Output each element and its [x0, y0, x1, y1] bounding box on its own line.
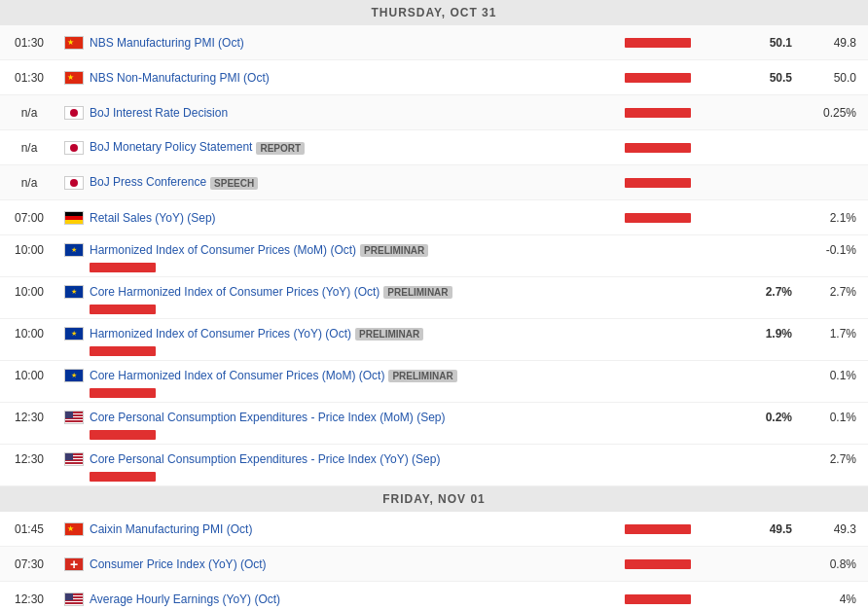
- flag-jp: [64, 176, 84, 190]
- flag-eu: [64, 243, 84, 257]
- table-row: n/aBoJ Interest Rate Decision0.25%: [0, 95, 868, 130]
- event-forecast: 0.1%: [800, 411, 868, 424]
- event-name: Core Harmonized Index of Consumer Prices…: [90, 285, 625, 299]
- event-forecast: 0.1%: [800, 369, 868, 382]
- event-name: Retail Sales (YoY) (Sep): [90, 211, 625, 225]
- section-header: FRIDAY, NOV 01: [0, 486, 868, 512]
- impact-bar: [90, 263, 156, 272]
- table-row: 01:30NBS Manufacturing PMI (Oct)50.149.8: [0, 25, 868, 60]
- event-link[interactable]: Harmonized Index of Consumer Prices (YoY…: [90, 327, 351, 341]
- table-row: n/aBoJ Press ConferenceSPEECH: [0, 165, 868, 200]
- event-name: Core Personal Consumption Expenditures -…: [90, 411, 625, 424]
- event-time: 01:30: [0, 36, 58, 50]
- impact-bar: [625, 178, 691, 188]
- event-time: n/a: [0, 106, 58, 120]
- event-link[interactable]: BoJ Monetary Policy Statement: [90, 140, 252, 154]
- event-forecast: 50.0: [800, 71, 868, 85]
- event-link[interactable]: Caixin Manufacturing PMI (Oct): [90, 522, 252, 536]
- impact-bar: [625, 594, 691, 604]
- event-forecast: 2.7%: [800, 452, 868, 466]
- impact-bar: [625, 108, 691, 118]
- flag-jp: [64, 141, 84, 155]
- event-actual: 50.1: [722, 36, 800, 50]
- impact-bar: [625, 143, 691, 153]
- event-link[interactable]: Core Harmonized Index of Consumer Prices…: [90, 285, 380, 299]
- event-bar-row: [0, 428, 868, 442]
- table-row: 10:00Harmonized Index of Consumer Prices…: [0, 235, 868, 277]
- table-row: 12:30Core Personal Consumption Expenditu…: [0, 403, 868, 445]
- flag-cn: [64, 36, 84, 50]
- event-forecast: -0.1%: [800, 243, 868, 257]
- flag-us: [64, 592, 84, 606]
- event-bar-row: [0, 470, 868, 484]
- table-row: 07:30Consumer Price Index (YoY) (Oct)0.8…: [0, 547, 868, 582]
- impact-bar: [90, 472, 156, 482]
- table-row: 01:45Caixin Manufacturing PMI (Oct)49.54…: [0, 512, 868, 547]
- event-link[interactable]: Retail Sales (YoY) (Sep): [90, 211, 216, 225]
- event-bar-row: [0, 344, 868, 358]
- event-actual: 1.9%: [722, 327, 800, 341]
- event-bar-row: [0, 261, 868, 274]
- event-link[interactable]: Core Harmonized Index of Consumer Prices…: [90, 369, 384, 382]
- table-row: 12:30Average Hourly Earnings (YoY) (Oct)…: [0, 582, 868, 610]
- event-link[interactable]: NBS Non-Manufacturing PMI (Oct): [90, 71, 270, 85]
- flag-cn: [64, 522, 84, 536]
- event-forecast: 2.7%: [800, 285, 868, 299]
- event-link[interactable]: NBS Manufacturing PMI (Oct): [90, 36, 244, 50]
- flag-eu: [64, 285, 84, 299]
- event-actual: 0.2%: [722, 411, 800, 424]
- event-time: 10:00: [0, 285, 58, 299]
- event-time: 12:30: [0, 592, 58, 606]
- event-forecast: 49.3: [800, 522, 868, 536]
- event-time: 10:00: [0, 369, 58, 382]
- table-row: 12:30Core Personal Consumption Expenditu…: [0, 445, 868, 486]
- impact-bar: [90, 388, 156, 398]
- event-badge: PRELIMINAR: [383, 286, 452, 299]
- flag-eu: [64, 327, 84, 341]
- event-time: 01:30: [0, 71, 58, 85]
- event-link[interactable]: Core Personal Consumption Expenditures -…: [90, 452, 440, 466]
- flag-us: [64, 452, 84, 466]
- event-name: Average Hourly Earnings (YoY) (Oct): [90, 592, 625, 606]
- event-name: Consumer Price Index (YoY) (Oct): [90, 557, 625, 571]
- event-name: BoJ Press ConferenceSPEECH: [90, 175, 625, 189]
- table-row: 10:00Core Harmonized Index of Consumer P…: [0, 277, 868, 319]
- event-time: 07:30: [0, 557, 58, 571]
- event-actual: 49.5: [722, 522, 800, 536]
- table-row: 10:00Harmonized Index of Consumer Prices…: [0, 319, 868, 361]
- event-actual: 2.7%: [722, 285, 800, 299]
- event-link[interactable]: BoJ Interest Rate Decision: [90, 106, 228, 120]
- event-time: n/a: [0, 176, 58, 190]
- flag-de: [64, 211, 84, 225]
- table-row: 07:00Retail Sales (YoY) (Sep)2.1%: [0, 200, 868, 235]
- flag-cn: [64, 71, 84, 85]
- event-name: BoJ Monetary Policy StatementREPORT: [90, 140, 625, 154]
- flag-ch: [64, 557, 84, 571]
- event-link[interactable]: Average Hourly Earnings (YoY) (Oct): [90, 592, 280, 606]
- impact-bar: [90, 305, 156, 314]
- event-badge: REPORT: [256, 142, 305, 155]
- section-header: THURSDAY, OCT 31: [0, 0, 868, 25]
- event-badge: PRELIMINAR: [355, 328, 423, 341]
- event-link[interactable]: Harmonized Index of Consumer Prices (MoM…: [90, 243, 356, 257]
- table-row: 10:00Core Harmonized Index of Consumer P…: [0, 361, 868, 403]
- table-row: 01:30NBS Non-Manufacturing PMI (Oct)50.5…: [0, 60, 868, 95]
- event-name: NBS Manufacturing PMI (Oct): [90, 36, 625, 50]
- event-forecast: 0.8%: [800, 557, 868, 571]
- event-time: 12:30: [0, 452, 58, 466]
- event-forecast: 2.1%: [800, 211, 868, 225]
- event-link[interactable]: Core Personal Consumption Expenditures -…: [90, 411, 445, 424]
- event-forecast: 49.8: [800, 36, 868, 50]
- event-bar-row: [0, 303, 868, 316]
- event-badge: PRELIMINAR: [360, 244, 428, 257]
- event-time: n/a: [0, 141, 58, 155]
- flag-jp: [64, 106, 84, 120]
- event-link[interactable]: BoJ Press Conference: [90, 175, 206, 189]
- impact-bar: [625, 559, 691, 569]
- event-name: Harmonized Index of Consumer Prices (MoM…: [90, 243, 625, 257]
- event-actual: 50.5: [722, 71, 800, 85]
- event-bar-row: [0, 386, 868, 400]
- event-forecast: 1.7%: [800, 327, 868, 341]
- impact-bar: [625, 73, 691, 83]
- event-link[interactable]: Consumer Price Index (YoY) (Oct): [90, 557, 267, 571]
